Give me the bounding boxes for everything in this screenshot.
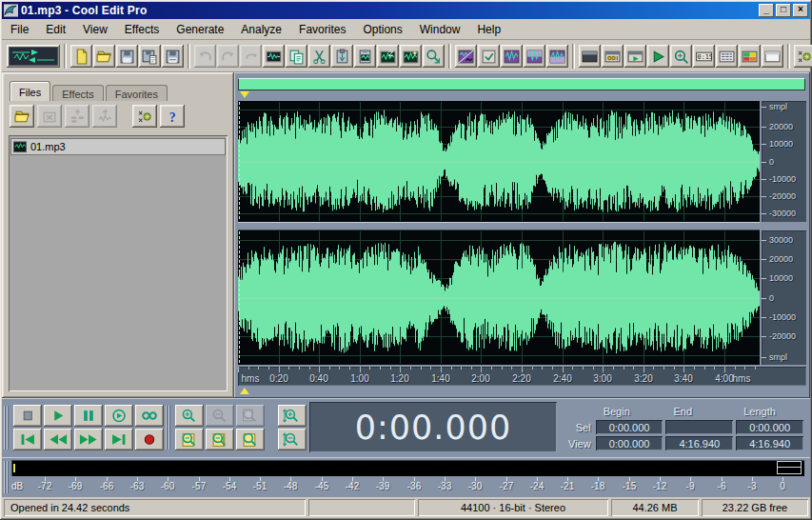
show-cue-list-button[interactable] xyxy=(624,45,646,68)
cue-bar-bottom[interactable] xyxy=(238,388,805,396)
show-time-window-button[interactable]: 0:15 xyxy=(693,45,715,68)
level-meter-panel[interactable]: dB-72-69-66-63-60-57-54-51-48-45-42-39-3… xyxy=(2,457,810,497)
menu-view[interactable]: View xyxy=(74,20,116,39)
gear-snap-icon xyxy=(137,109,153,125)
play-button[interactable] xyxy=(44,405,72,427)
menu-analyze[interactable]: Analyze xyxy=(232,20,290,39)
maximize-button[interactable]: □ xyxy=(776,4,791,17)
advanced-options-button[interactable] xyxy=(132,105,157,128)
zoom-out-button[interactable] xyxy=(206,405,234,427)
menu-edit[interactable]: Edit xyxy=(37,20,74,39)
undo-button[interactable] xyxy=(194,45,216,68)
rewind-button[interactable] xyxy=(44,429,72,450)
meter-scale-label: -60 xyxy=(154,481,181,491)
zoom-to-left-edge-button[interactable] xyxy=(175,429,204,450)
paste-button[interactable] xyxy=(331,45,353,68)
find-beats-button[interactable] xyxy=(423,45,445,68)
fast-forward-button[interactable] xyxy=(74,429,103,450)
overview-scroll-bar[interactable] xyxy=(238,78,805,90)
title-bar[interactable]: 01.mp3 - Cool Edit Pro _□× xyxy=(2,2,810,19)
selection-marker-bottom-icon[interactable] xyxy=(240,388,249,394)
save-as-button[interactable] xyxy=(139,45,161,68)
menu-favorites[interactable]: Favorites xyxy=(290,20,354,39)
zoom-in-button[interactable] xyxy=(175,405,204,427)
stop-button[interactable] xyxy=(13,405,42,427)
timeline-tick xyxy=(319,367,320,372)
amplitude-ruler[interactable]: smpl20000100000-10000-20000-300003000020… xyxy=(762,101,806,365)
amplitude-ruler-channel[interactable]: smpl20000100000-10000-20000-30000 xyxy=(762,101,806,222)
edit-right-channel-button[interactable] xyxy=(524,45,545,68)
edit-left-channel-button[interactable] xyxy=(501,45,523,68)
zoom-full-button[interactable] xyxy=(236,429,265,450)
menu-file[interactable]: File xyxy=(2,20,37,39)
tab-favorites[interactable]: Favorites xyxy=(106,85,168,101)
menu-help[interactable]: Help xyxy=(468,20,509,39)
show-zoom-window-button[interactable] xyxy=(670,45,692,68)
close-button[interactable]: × xyxy=(793,4,808,17)
minimize-button[interactable]: _ xyxy=(759,4,774,17)
copy-button[interactable] xyxy=(286,45,307,68)
show-transport-controls-button[interactable] xyxy=(716,45,738,68)
save-selection-button[interactable] xyxy=(162,45,184,68)
grip-handle[interactable] xyxy=(4,406,10,450)
show-organizer-window-button[interactable] xyxy=(602,45,624,68)
repeat-last-command-button[interactable] xyxy=(240,45,262,68)
tab-effects[interactable]: Effects xyxy=(52,85,103,101)
clip-indicators[interactable] xyxy=(777,461,802,474)
zoom-to-right-edge-button[interactable] xyxy=(206,429,234,450)
timeline-label: 2:20 xyxy=(509,373,534,384)
insert-into-multitrack-button[interactable] xyxy=(65,105,89,128)
snapping-options-button[interactable] xyxy=(794,45,812,68)
trim-button[interactable] xyxy=(263,45,285,68)
ruler-label: -20000 xyxy=(769,331,796,341)
tab-files[interactable]: Files xyxy=(10,81,50,101)
go-to-start-button[interactable] xyxy=(13,429,42,450)
menu-generate[interactable]: Generate xyxy=(168,20,232,39)
show-placekeeper-button[interactable] xyxy=(762,45,783,68)
mix-paste-button[interactable] xyxy=(377,45,399,68)
show-play-list-button[interactable] xyxy=(647,45,669,68)
timeline-label: hms xyxy=(729,373,754,384)
timeline-ruler[interactable]: hms0:200:401:001:201:402:002:202:403:003… xyxy=(238,367,806,386)
show-waveform-window-button[interactable] xyxy=(579,45,601,68)
menu-effects[interactable]: Effects xyxy=(116,20,168,39)
convert-sample-type-button[interactable] xyxy=(455,45,477,68)
edit-both-channels-button[interactable] xyxy=(546,45,568,68)
show-level-meters-button[interactable] xyxy=(739,45,761,68)
selection-marker-top-icon[interactable] xyxy=(240,91,249,98)
cue-bar-top[interactable] xyxy=(238,90,805,99)
save-button[interactable] xyxy=(116,45,138,68)
level-meter-bar[interactable] xyxy=(11,460,804,476)
menu-options[interactable]: Options xyxy=(354,20,410,39)
close-file-button[interactable] xyxy=(37,105,62,128)
open-file-button[interactable] xyxy=(93,45,115,68)
loop-button[interactable] xyxy=(135,405,164,427)
menu-window[interactable]: Window xyxy=(411,20,469,39)
paste-to-new-button[interactable] xyxy=(354,45,376,68)
file-item[interactable]: 01.mp3 xyxy=(10,138,226,155)
cut-button[interactable] xyxy=(308,45,330,68)
redo-button[interactable] xyxy=(217,45,239,68)
help-button[interactable]: ? xyxy=(160,105,185,128)
time-display[interactable]: 0:00.000 xyxy=(309,402,557,452)
import-file-button[interactable] xyxy=(10,105,34,128)
insert-into-session-button[interactable] xyxy=(92,105,117,128)
grip-handle[interactable] xyxy=(166,406,171,450)
pause-button[interactable] xyxy=(74,405,103,427)
new-file-button[interactable] xyxy=(70,45,92,68)
paste-special-button[interactable] xyxy=(400,45,422,68)
go-to-end-button[interactable] xyxy=(105,429,133,450)
play-looped-button[interactable] xyxy=(105,405,133,427)
zoom-out-vertical-button[interactable] xyxy=(278,429,307,450)
zoom-to-selection-button[interactable] xyxy=(236,405,265,427)
toolbar-separator xyxy=(572,44,575,69)
undo-icon xyxy=(197,49,213,65)
toggle-option-button[interactable] xyxy=(478,45,500,68)
record-button[interactable] xyxy=(135,429,164,450)
timeline-tick xyxy=(552,367,553,370)
multitrack-view-toggle-button[interactable] xyxy=(7,45,60,68)
amplitude-ruler-channel[interactable]: 3000020000100000-10000-20000smpl xyxy=(762,230,806,365)
file-list[interactable]: 01.mp3 xyxy=(9,135,228,391)
waveform-display[interactable] xyxy=(238,101,760,365)
zoom-in-vertical-button[interactable] xyxy=(278,405,307,427)
